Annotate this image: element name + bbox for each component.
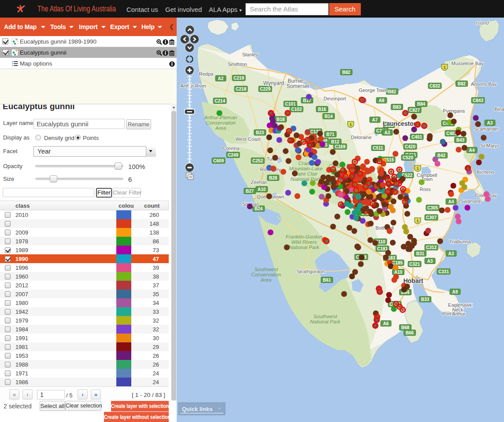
svg-text:C219: C219 xyxy=(233,76,244,81)
svg-text:A3: A3 xyxy=(427,259,433,264)
svg-text:Triabunna: Triabunna xyxy=(449,239,471,244)
svg-text:Area: Area xyxy=(215,125,226,131)
svg-text:C101: C101 xyxy=(285,102,296,106)
svg-text:B28: B28 xyxy=(269,176,278,180)
svg-text:1: 1 xyxy=(416,219,419,223)
svg-text:C169: C169 xyxy=(335,144,345,149)
svg-text:B18: B18 xyxy=(277,117,285,122)
svg-text:National Park: National Park xyxy=(310,319,341,324)
svg-text:Arthur River: Arthur River xyxy=(181,83,207,88)
svg-text:Corinna: Corinna xyxy=(222,146,240,151)
svg-text:Stanley: Stanley xyxy=(242,52,259,57)
svg-text:C511: C511 xyxy=(373,146,383,150)
svg-text:A3: A3 xyxy=(385,130,390,135)
svg-text:B12: B12 xyxy=(331,139,340,144)
svg-text:A6: A6 xyxy=(383,321,389,326)
svg-text:Musselroe Bay: Musselroe Bay xyxy=(452,61,484,66)
svg-text:Redpa: Redpa xyxy=(199,71,214,77)
svg-text:B84: B84 xyxy=(417,102,426,106)
svg-text:Southwest: Southwest xyxy=(254,267,278,272)
svg-text:C249: C249 xyxy=(228,153,238,158)
svg-text:B24: B24 xyxy=(255,206,263,211)
svg-text:A3: A3 xyxy=(448,251,454,256)
svg-text:Strathgordon: Strathgordon xyxy=(296,269,325,274)
svg-text:C102: C102 xyxy=(291,107,302,112)
svg-text:Binalo: Binalo xyxy=(495,106,504,112)
svg-text:A8: A8 xyxy=(379,98,385,103)
svg-text:C420: C420 xyxy=(405,144,415,149)
svg-text:Wild Rivers: Wild Rivers xyxy=(291,239,317,245)
svg-text:Deloraine: Deloraine xyxy=(351,135,371,140)
svg-text:C832: C832 xyxy=(430,84,440,88)
svg-text:B82: B82 xyxy=(458,81,466,86)
svg-text:B61: B61 xyxy=(323,278,331,283)
svg-text:B71: B71 xyxy=(326,132,335,137)
svg-text:1: 1 xyxy=(443,65,445,70)
svg-text:Pyengana: Pyengana xyxy=(443,108,465,114)
svg-text:C181: C181 xyxy=(377,246,388,251)
svg-text:Somerset: Somerset xyxy=(286,83,309,89)
svg-text:A7: A7 xyxy=(372,117,378,122)
svg-text:West Coast: West Coast xyxy=(236,136,261,142)
svg-text:C401: C401 xyxy=(411,135,422,139)
svg-text:C321: C321 xyxy=(409,262,420,267)
svg-text:National Park: National Park xyxy=(289,245,319,250)
svg-text:B14: B14 xyxy=(325,114,333,119)
svg-text:Launceston: Launceston xyxy=(383,120,418,127)
svg-text:St Marys: St Marys xyxy=(480,143,500,148)
svg-text:B68: B68 xyxy=(401,325,410,330)
svg-text:Mountain-Lake: Mountain-Lake xyxy=(289,166,322,171)
svg-text:C609: C609 xyxy=(213,158,224,163)
svg-text:Island: Island xyxy=(476,20,489,26)
svg-text:B82: B82 xyxy=(388,89,397,94)
svg-text:Neck: Neck xyxy=(452,307,463,312)
svg-text:Conservation: Conservation xyxy=(206,120,236,125)
svg-text:A4: A4 xyxy=(448,199,454,204)
svg-text:1: 1 xyxy=(416,166,419,171)
svg-text:Swansea: Swansea xyxy=(460,198,481,204)
svg-text:Quick links: Quick links xyxy=(182,406,212,412)
svg-text:B66: B66 xyxy=(406,330,414,335)
svg-text:Ross: Ross xyxy=(419,187,431,192)
svg-text:B16: B16 xyxy=(318,107,326,112)
svg-text:C307: C307 xyxy=(426,215,437,220)
svg-text:C520: C520 xyxy=(403,155,413,160)
svg-text:B82: B82 xyxy=(342,70,351,75)
svg-text:B27: B27 xyxy=(246,189,254,194)
svg-text:Conservation: Conservation xyxy=(251,272,281,277)
svg-text:Southwest: Southwest xyxy=(313,314,337,319)
svg-text:C843: C843 xyxy=(473,98,483,103)
svg-text:A2: A2 xyxy=(218,76,224,81)
svg-text:George Town: George Town xyxy=(359,88,387,93)
svg-text:C218: C218 xyxy=(236,87,246,92)
svg-text:C331: C331 xyxy=(438,269,449,274)
svg-text:B43: B43 xyxy=(456,138,465,143)
svg-text:A3: A3 xyxy=(487,121,493,125)
svg-text:1: 1 xyxy=(349,122,352,127)
svg-text:B42: B42 xyxy=(437,153,446,158)
svg-text:Area: Area xyxy=(260,277,271,283)
svg-text:Zeehan: Zeehan xyxy=(251,180,267,185)
svg-text:Ansons Bay: Ansons Bay xyxy=(471,81,497,87)
svg-text:B23: B23 xyxy=(256,130,264,135)
svg-text:Bicheno: Bicheno xyxy=(477,169,494,175)
svg-text:C252: C252 xyxy=(252,158,263,163)
svg-text:C229: C229 xyxy=(260,87,271,92)
svg-text:A10: A10 xyxy=(258,187,266,192)
svg-text:C827: C827 xyxy=(409,108,420,113)
svg-text:A9: A9 xyxy=(452,290,458,294)
svg-text:C214: C214 xyxy=(215,99,225,103)
svg-text:Franklin-Gordon: Franklin-Gordon xyxy=(285,234,322,239)
svg-text:Smithton: Smithton xyxy=(228,62,247,67)
svg-text:National Park: National Park xyxy=(290,176,321,182)
svg-text:Wynyard: Wynyard xyxy=(263,80,284,86)
svg-text:Scamander: Scamander xyxy=(474,126,499,132)
svg-text:B83: B83 xyxy=(393,105,401,110)
svg-text:C185: C185 xyxy=(392,261,403,265)
svg-text:A4: A4 xyxy=(469,148,475,153)
svg-text:C312: C312 xyxy=(426,245,437,250)
svg-text:Devonport: Devonport xyxy=(324,96,346,101)
svg-text:B31: B31 xyxy=(416,251,425,256)
svg-text:C305: C305 xyxy=(427,205,438,210)
